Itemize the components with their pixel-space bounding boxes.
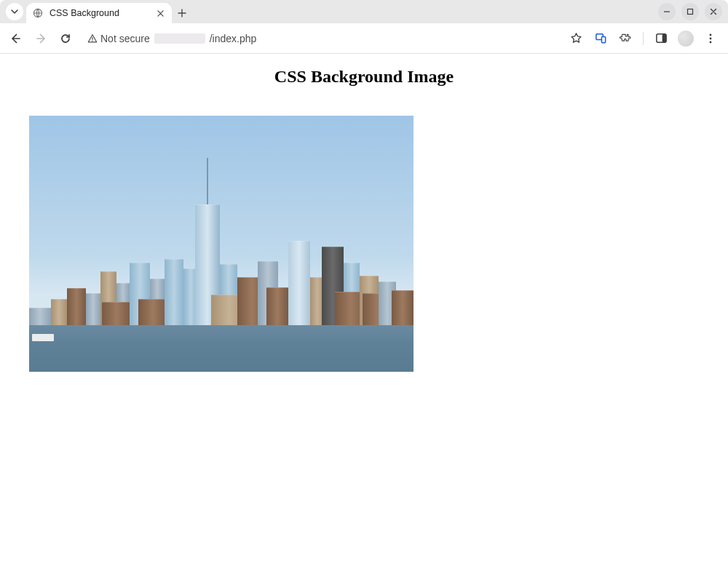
svg-rect-1 — [664, 12, 670, 12]
chrome-menu-button[interactable] — [699, 27, 722, 50]
chevron-down-icon — [10, 7, 19, 16]
building — [102, 302, 131, 328]
browser-toolbar: Not secure /index.php — [0, 23, 728, 54]
kebab-icon — [705, 33, 716, 44]
svg-rect-2 — [688, 9, 693, 15]
building — [165, 259, 183, 328]
security-label: Not secure — [100, 33, 150, 44]
security-indicator[interactable]: Not secure — [87, 33, 150, 44]
browser-tab[interactable]: CSS Background — [26, 3, 172, 23]
building — [392, 290, 414, 328]
building — [266, 287, 288, 328]
close-icon — [157, 10, 164, 17]
building — [51, 299, 67, 328]
window-maximize-button[interactable] — [681, 3, 699, 20]
city-skyline — [29, 204, 414, 328]
devtools-device-button[interactable] — [589, 27, 612, 50]
spire — [207, 158, 208, 204]
svg-rect-4 — [92, 40, 92, 41]
new-tab-button[interactable] — [172, 3, 192, 23]
svg-point-9 — [710, 33, 712, 36]
globe-icon — [32, 7, 44, 19]
page-heading: CSS Background Image — [29, 67, 699, 87]
window-controls — [658, 3, 722, 20]
boat — [32, 334, 54, 341]
extensions-button[interactable] — [614, 27, 637, 50]
side-panel-icon — [655, 32, 668, 44]
puzzle-icon — [620, 32, 632, 44]
maximize-icon — [687, 8, 694, 15]
close-icon — [710, 8, 717, 15]
building — [67, 288, 86, 328]
address-path: /index.php — [210, 33, 257, 44]
browser-tab-strip: CSS Background — [0, 0, 728, 23]
toolbar-divider — [643, 32, 644, 45]
reload-icon — [60, 33, 71, 44]
back-button[interactable] — [4, 27, 28, 50]
address-bar[interactable]: Not secure /index.php — [83, 28, 558, 49]
building — [86, 293, 100, 328]
water-region — [29, 325, 414, 372]
plus-icon — [178, 9, 186, 17]
arrow-left-icon — [10, 33, 22, 44]
svg-rect-6 — [601, 37, 605, 43]
device-icon — [595, 32, 607, 44]
toolbar-right-icons — [564, 27, 724, 50]
star-icon — [570, 32, 582, 44]
background-image-box — [29, 116, 414, 372]
svg-point-11 — [710, 41, 712, 43]
window-close-button[interactable] — [705, 3, 722, 20]
bookmark-button[interactable] — [564, 27, 587, 50]
svg-rect-8 — [662, 34, 665, 42]
address-host-redacted — [154, 33, 205, 44]
reload-button[interactable] — [54, 27, 77, 50]
profile-button[interactable] — [674, 27, 697, 50]
search-tabs-button[interactable] — [6, 3, 23, 20]
arrow-right-icon — [35, 33, 47, 44]
building — [138, 299, 167, 328]
warning-icon — [87, 33, 98, 44]
page-content: CSS Background Image — [0, 54, 728, 379]
tab-title: CSS Background — [50, 8, 154, 18]
forward-button[interactable] — [29, 27, 52, 50]
window-minimize-button[interactable] — [658, 3, 676, 20]
building — [288, 241, 310, 328]
tab-close-button[interactable] — [154, 7, 166, 19]
minimize-icon — [663, 8, 670, 15]
svg-rect-3 — [92, 37, 92, 40]
side-panel-button[interactable] — [649, 27, 673, 50]
profile-avatar-icon — [678, 31, 694, 47]
svg-point-10 — [710, 37, 712, 39]
